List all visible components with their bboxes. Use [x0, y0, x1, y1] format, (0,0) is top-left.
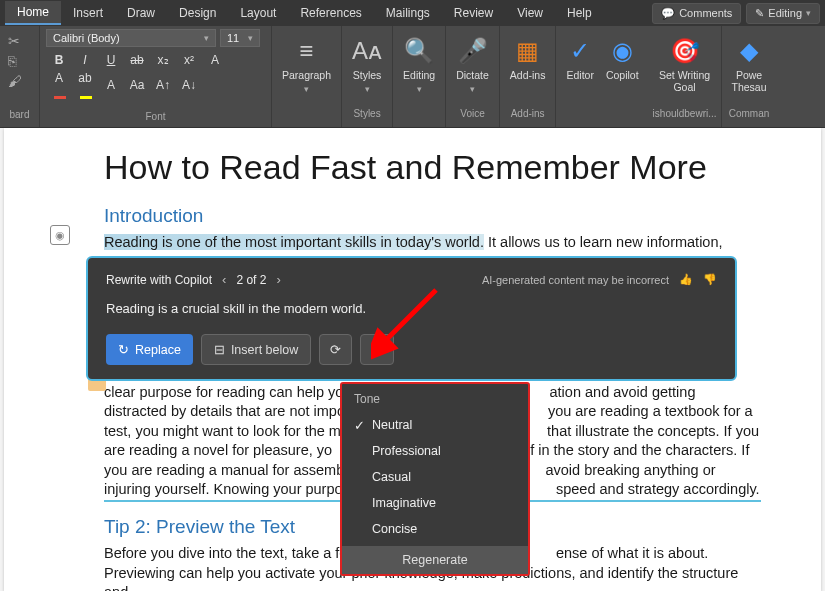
- highlight-button[interactable]: ab: [76, 71, 94, 99]
- copilot-panel-title: Rewrite with Copilot: [106, 273, 212, 287]
- grow-font-button[interactable]: A↑: [154, 78, 172, 92]
- doc-title: How to Read Fast and Remember More: [104, 148, 761, 187]
- tone-option-neutral[interactable]: Neutral: [342, 412, 528, 438]
- font-name-selector[interactable]: Calibri (Body) ▾: [46, 29, 216, 47]
- format-painter-icon[interactable]: 🖌: [6, 71, 33, 91]
- replace-button[interactable]: ↻ Replace: [106, 334, 193, 365]
- ribbon-tabs: Home Insert Draw Design Layout Reference…: [0, 0, 825, 26]
- tab-home[interactable]: Home: [5, 1, 61, 25]
- copilot-button[interactable]: ◉ Copilot: [600, 32, 645, 84]
- ribbon: ✂ ⎘ 🖌 bard Calibri (Body) ▾ 11 ▾ B I U: [0, 26, 825, 128]
- editor-label: Editor: [566, 70, 593, 82]
- pencil-icon: ✎: [755, 7, 764, 20]
- copy-icon[interactable]: ⎘: [6, 51, 33, 71]
- intro-paragraph: Reading is one of the most important ski…: [104, 233, 761, 253]
- addins-group: ▦ Add-ins Add-ins: [500, 26, 557, 127]
- tone-regenerate-button[interactable]: Regenerate: [342, 546, 528, 574]
- replace-label: Replace: [135, 343, 181, 357]
- copilot-margin-icon[interactable]: ◉: [50, 225, 70, 245]
- tab-review[interactable]: Review: [442, 2, 505, 24]
- tab-help[interactable]: Help: [555, 2, 604, 24]
- clear-formatting-button[interactable]: A: [102, 78, 120, 92]
- bold-button[interactable]: B: [50, 53, 68, 67]
- suggestion-counter: 2 of 2: [236, 273, 266, 287]
- insert-icon: ⊟: [214, 342, 225, 357]
- selected-text: Reading is one of the most important ski…: [104, 234, 484, 250]
- styles-button[interactable]: Aᴀ Styles ▾: [346, 32, 388, 96]
- addins-group-label: Add-ins: [504, 108, 552, 121]
- tone-option-casual[interactable]: Casual: [342, 464, 528, 490]
- tab-design[interactable]: Design: [167, 2, 228, 24]
- addins-button[interactable]: ▦ Add-ins: [504, 32, 552, 84]
- styles-icon: Aᴀ: [352, 34, 382, 68]
- editing-button[interactable]: 🔍 Editing ▾: [397, 32, 441, 96]
- comments-label: Comments: [679, 7, 732, 19]
- thesaurus-icon: ◆: [740, 34, 758, 68]
- tone-menu-title: Tone: [342, 384, 528, 412]
- paragraph-group: ≡ Paragraph ▾: [272, 26, 342, 127]
- chevron-down-icon: ▾: [365, 84, 370, 94]
- addins-label-btn: Add-ins: [510, 70, 546, 82]
- next-suggestion-button[interactable]: ›: [274, 272, 282, 287]
- addins-icon: ▦: [516, 34, 539, 68]
- underline-button[interactable]: U: [102, 53, 120, 67]
- regenerate-button[interactable]: ⟳: [319, 334, 352, 365]
- font-group-label: Font: [46, 111, 265, 124]
- prev-suggestion-button[interactable]: ‹: [220, 272, 228, 287]
- chevron-down-icon: ▾: [248, 33, 253, 43]
- tone-option-professional[interactable]: Professional: [342, 438, 528, 464]
- strikethrough-button[interactable]: ab: [128, 53, 146, 67]
- tab-layout[interactable]: Layout: [228, 2, 288, 24]
- editing-label: Editing: [768, 7, 802, 19]
- microphone-icon: 🎤: [458, 34, 488, 68]
- styles-group: Aᴀ Styles ▾ Styles: [342, 26, 393, 127]
- power-thesaurus-button[interactable]: ◆ Powe Thesau: [726, 32, 773, 95]
- tab-insert[interactable]: Insert: [61, 2, 115, 24]
- voice-label: Voice: [450, 108, 495, 121]
- insert-below-label: Insert below: [231, 343, 298, 357]
- writing-goal-label: Set Writing Goal: [659, 70, 710, 93]
- clipboard-label: bard: [6, 109, 33, 122]
- change-case-button[interactable]: Aa: [128, 78, 146, 92]
- search-icon: 🔍: [404, 34, 434, 68]
- clipboard-group: ✂ ⎘ 🖌 bard: [0, 26, 40, 127]
- paragraph-button[interactable]: ≡ Paragraph ▾: [276, 32, 337, 96]
- editor-button[interactable]: ✓ Editor: [560, 32, 599, 84]
- body-text-7: speed and strategy accordingly.: [556, 481, 760, 497]
- set-writing-goal-button[interactable]: 🎯 Set Writing Goal: [653, 32, 717, 95]
- chevron-down-icon: ▾: [470, 84, 475, 94]
- tab-mailings[interactable]: Mailings: [374, 2, 442, 24]
- subscript-button[interactable]: x₂: [154, 53, 172, 67]
- insert-below-button[interactable]: ⊟ Insert below: [201, 334, 311, 365]
- font-color-button[interactable]: A: [50, 71, 68, 99]
- ishould-label: ishouldbewri...: [653, 108, 717, 121]
- tab-draw[interactable]: Draw: [115, 2, 167, 24]
- thumbs-up-button[interactable]: 👍: [679, 273, 693, 286]
- editing-mode-button[interactable]: ✎ Editing ▾: [746, 3, 820, 24]
- tab-references[interactable]: References: [288, 2, 373, 24]
- editor-icon: ✓: [570, 34, 590, 68]
- comments-button[interactable]: 💬 Comments: [652, 3, 741, 24]
- paragraph-label: Paragraph: [282, 70, 331, 82]
- commands-label: Comman: [726, 108, 773, 121]
- tone-option-concise[interactable]: Concise: [342, 516, 528, 542]
- tone-option-imaginative[interactable]: Imaginative: [342, 490, 528, 516]
- shrink-font-button[interactable]: A↓: [180, 78, 198, 92]
- thesaurus-label: Powe Thesau: [732, 70, 767, 93]
- tone-adjust-button[interactable]: ⚙: [360, 334, 394, 365]
- styles-group-label: Styles: [346, 108, 388, 121]
- italic-button[interactable]: I: [76, 53, 94, 67]
- chevron-down-icon: ▾: [304, 84, 309, 94]
- editing-label-btn: Editing: [403, 70, 435, 82]
- superscript-button[interactable]: x²: [180, 53, 198, 67]
- sliders-icon: ⚙: [371, 342, 383, 357]
- cut-icon[interactable]: ✂: [6, 31, 33, 51]
- font-size-selector[interactable]: 11 ▾: [220, 29, 260, 47]
- dictate-button[interactable]: 🎤 Dictate ▾: [450, 32, 495, 96]
- thumbs-down-button[interactable]: 👎: [703, 273, 717, 286]
- chevron-down-icon: ▾: [806, 8, 811, 18]
- writing-goal-group: 🎯 Set Writing Goal ishouldbewri...: [649, 26, 722, 127]
- font-size-value: 11: [227, 32, 239, 44]
- text-effects-button[interactable]: A: [206, 53, 224, 67]
- tab-view[interactable]: View: [505, 2, 555, 24]
